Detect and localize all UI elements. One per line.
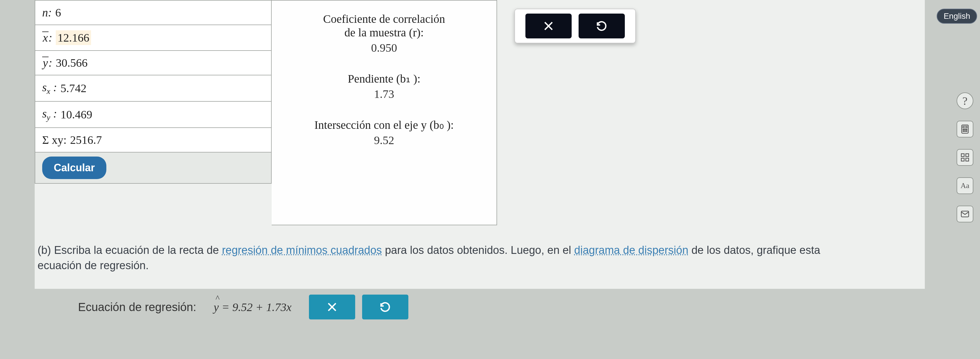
mail-icon [960,209,970,219]
row-sx: sx : 5.742 [35,75,271,102]
ybar-label: y [42,57,49,69]
font-button[interactable]: Aa [956,177,974,194]
result-r: Coeficiente de correlación de la muestra… [277,12,491,55]
svg-point-3 [965,129,966,130]
r-label-2: de la muestra (r): [277,26,491,39]
right-sidebar: ? Aa [955,92,975,222]
language-toggle[interactable]: English [937,9,977,24]
mail-button[interactable] [956,206,974,222]
r-label-1: Coeficiente de correlación [277,12,491,26]
grid-icon [960,152,970,162]
svg-point-7 [966,131,967,132]
svg-point-2 [963,129,964,130]
sx-sub: x [47,87,50,95]
link-regression[interactable]: regresión de mínimos cuadrados [222,244,382,256]
sx-value: 5.742 [60,81,86,95]
xbar-value[interactable]: 12.166 [56,30,91,45]
row-sy: sy : 10.469 [35,102,271,128]
svg-rect-11 [966,158,969,161]
svg-rect-8 [961,154,964,157]
result-b0: Intersección con el eje y (b₀ ): 9.52 [277,118,491,147]
sy-base: s [42,107,47,120]
undo-icon [379,301,391,313]
equation-expr: y = 9.52 + 1.73x [213,300,291,314]
sy-value: 10.469 [60,108,92,121]
b0-value: 9.52 [277,133,491,147]
link-scatterplot[interactable]: diagrama de dispersión [574,244,689,256]
calculate-button[interactable]: Calcular [42,157,107,179]
undo-icon [595,20,608,32]
sumxy-value: 2516.7 [70,133,102,147]
undo-button[interactable] [579,14,625,38]
svg-point-4 [966,129,967,130]
calculator-button[interactable] [956,121,974,137]
svg-rect-9 [966,154,969,157]
b1-label: Pendiente (b₁ ): [277,72,491,86]
equation-rhs: = 9.52 + 1.73x [222,301,291,314]
q-text-2: para los datos obtenidos. Luego, en el [382,244,574,256]
svg-rect-1 [963,126,967,128]
svg-point-5 [963,131,964,132]
sumxy-label: Σ xy [42,133,63,146]
b1-value: 1.73 [277,87,491,101]
q-text-1: Escriba la ecuación de la recta de [54,244,222,256]
n-label: n [42,6,48,19]
close-button[interactable] [525,14,572,38]
b0-label: Intersección con el eje y (b₀ ): [277,118,491,132]
close-icon [326,301,339,313]
result-b1: Pendiente (b₁ ): 1.73 [277,72,491,101]
xbar-label: x [42,32,49,44]
results-panel: Coeficiente de correlación de la muestra… [272,0,497,225]
r-value: 0.950 [277,41,491,55]
calc-row: Calcular [35,152,271,183]
help-button[interactable]: ? [956,92,974,109]
answer-feedback-controls [514,9,636,43]
question-b: (b) Escriba la ecuación de la recta de r… [38,243,847,273]
row-n: n: 6 [35,1,271,25]
row-sumxy: Σ xy: 2516.7 [35,128,271,152]
sx-base: s [42,81,47,94]
equation-controls [309,295,408,319]
sy-sub: y [47,113,50,122]
part-label: (b) [38,244,51,256]
calculator-icon [960,124,970,134]
equation-row: Ecuación de regresión: y = 9.52 + 1.73x [78,295,408,319]
eq-close-button[interactable] [309,295,355,319]
grid-button[interactable] [956,149,974,166]
n-value: 6 [55,6,61,19]
eq-undo-button[interactable] [362,295,408,319]
statistics-table: n: 6 x: 12.166 y: 30.566 sx : 5.742 sy :… [35,0,272,184]
row-xbar: x: 12.166 [35,25,271,51]
row-ybar: y: 30.566 [35,51,271,75]
svg-rect-10 [961,158,964,161]
close-icon [542,20,555,32]
ybar-value: 30.566 [56,56,88,70]
equation-label: Ecuación de regresión: [78,301,196,314]
svg-point-6 [965,131,966,132]
